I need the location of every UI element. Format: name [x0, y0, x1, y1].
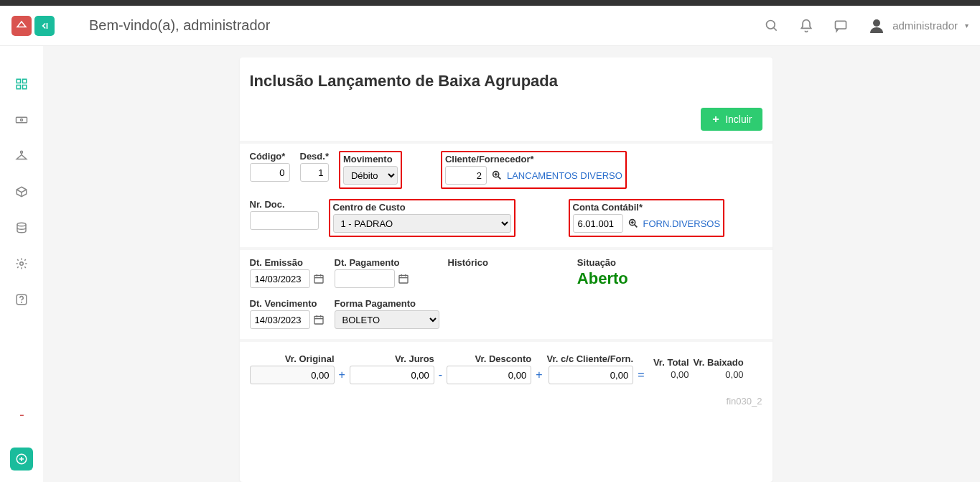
svg-point-14 — [20, 262, 24, 266]
svg-point-1 — [767, 20, 775, 29]
gear-icon[interactable] — [15, 257, 28, 270]
svg-rect-34 — [399, 275, 408, 283]
vr-cc-input[interactable] — [549, 366, 633, 384]
vr-desconto-input[interactable] — [447, 366, 531, 384]
codigo-input[interactable] — [250, 163, 290, 182]
dt-pagamento-input[interactable] — [335, 269, 395, 288]
nrdoc-input[interactable] — [250, 211, 319, 230]
conta-link[interactable]: FORN.DIVERSOS — [643, 218, 721, 229]
movimento-select[interactable]: Débito — [343, 166, 398, 185]
desd-input[interactable] — [300, 163, 329, 182]
situacao-field: Situação Aberto — [577, 257, 628, 288]
collapse-sidebar-icon[interactable] — [34, 16, 55, 36]
hanger-icon[interactable] — [15, 149, 28, 162]
centro-custo-highlight: Centro de Custo 1 - PADRAO — [329, 199, 515, 237]
conta-code-input[interactable] — [573, 214, 623, 233]
svg-rect-6 — [23, 79, 27, 83]
plus-icon — [711, 114, 721, 124]
calendar-icon[interactable] — [313, 314, 325, 325]
svg-rect-5 — [17, 79, 20, 83]
cliente-id-input[interactable] — [445, 166, 487, 185]
dashboard-icon[interactable] — [15, 78, 28, 91]
user-name-label: administrador — [892, 19, 958, 32]
vr-total-value: 0,00 — [649, 369, 689, 384]
chat-icon[interactable] — [834, 19, 848, 33]
include-button-label: Incluir — [725, 113, 752, 125]
plus-operator: + — [339, 369, 345, 384]
vr-original-input[interactable] — [250, 366, 335, 384]
plus-operator: + — [536, 369, 542, 384]
totals-row: Vr. Original + Vr. Juros - Vr. Desconto … — [250, 349, 762, 384]
svg-line-2 — [774, 27, 777, 30]
include-button[interactable]: Incluir — [701, 108, 762, 131]
cliente-link[interactable]: LANCAMENTOS DIVERSO — [507, 170, 622, 181]
add-fab-button[interactable] — [10, 448, 33, 471]
status-badge: Aberto — [577, 269, 628, 288]
money-icon[interactable] — [15, 113, 28, 126]
svg-rect-3 — [836, 21, 846, 29]
forma-pagamento-field: Forma Pagamento BOLETO — [335, 298, 439, 329]
dt-emissao-field: Dt. Emissão — [250, 257, 325, 288]
svg-point-11 — [21, 151, 23, 153]
movimento-highlight: Movimento Débito — [339, 151, 402, 189]
app-header: Bem-vindo(a), administrador administrado… — [0, 6, 980, 46]
desd-field: Desd.* — [300, 151, 329, 189]
user-icon — [868, 17, 885, 34]
equals-operator: = — [638, 369, 644, 384]
svg-point-4 — [873, 19, 880, 27]
codigo-field: Código* — [250, 151, 290, 189]
svg-rect-38 — [314, 316, 323, 324]
search-icon[interactable] — [765, 19, 779, 33]
dt-vencimento-input[interactable] — [250, 310, 310, 329]
screen-id: fin030_2 — [250, 396, 762, 407]
vr-baixado-value: 0,00 — [704, 369, 744, 384]
search-icon — [627, 218, 639, 229]
svg-rect-9 — [17, 117, 27, 123]
svg-point-10 — [21, 119, 23, 121]
bell-icon[interactable] — [799, 19, 813, 33]
svg-line-27 — [634, 225, 637, 228]
dt-pagamento-field: Dt. Pagamento — [335, 257, 409, 288]
forma-pagamento-select[interactable]: BOLETO — [335, 310, 439, 329]
sidebar: ━ — [0, 46, 43, 482]
calendar-icon[interactable] — [398, 273, 409, 284]
svg-point-13 — [17, 223, 26, 226]
minus-operator: - — [439, 369, 442, 384]
user-menu[interactable]: administrador ▾ — [868, 17, 969, 34]
nrdoc-field: Nr. Doc. — [250, 199, 319, 237]
stack-icon[interactable] — [15, 221, 28, 234]
centro-custo-select[interactable]: 1 - PADRAO — [333, 214, 511, 233]
dt-vencimento-field: Dt. Vencimento — [250, 298, 325, 329]
welcome-text: Bem-vindo(a), administrador — [89, 17, 270, 34]
svg-rect-8 — [23, 85, 27, 89]
cliente-highlight: Cliente/Fornecedor* LANCAMENTOS DIVERSO — [441, 151, 627, 189]
calendar-icon[interactable] — [313, 273, 325, 284]
conta-contabil-highlight: Conta Contábil* FORN.DIVERSOS — [569, 199, 725, 237]
svg-line-23 — [498, 177, 501, 180]
chevron-down-icon: ▾ — [965, 22, 969, 29]
svg-rect-30 — [314, 275, 323, 283]
form-card: Inclusão Lançamento de Baixa Agrupada In… — [240, 57, 773, 482]
conta-search-button[interactable] — [627, 218, 639, 229]
dt-emissao-input[interactable] — [250, 269, 310, 288]
help-icon[interactable] — [15, 293, 28, 306]
search-icon — [491, 170, 503, 181]
cliente-search-button[interactable] — [491, 170, 503, 181]
vr-juros-input[interactable] — [350, 366, 434, 384]
box-icon[interactable] — [15, 185, 28, 198]
svg-rect-7 — [17, 85, 20, 89]
svg-point-16 — [22, 302, 22, 302]
app-logo-icon[interactable] — [11, 16, 32, 36]
historico-field: Histórico — [448, 257, 488, 288]
page-title: Inclusão Lançamento de Baixa Agrupada — [250, 72, 762, 91]
brand-small-icon: ━ — [20, 412, 24, 419]
